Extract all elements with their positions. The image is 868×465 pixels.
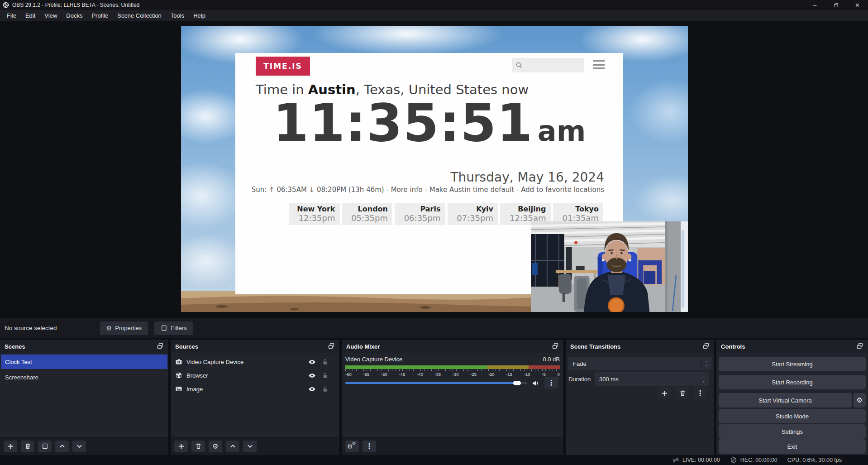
cloud bbox=[634, 175, 688, 225]
virtual-camera-config-button[interactable]: ⚙ bbox=[854, 393, 866, 407]
city-tile: New York12:35pm bbox=[289, 203, 340, 225]
filters-button[interactable]: Filters bbox=[154, 321, 193, 335]
city-tile: Paris06:35pm bbox=[395, 203, 445, 225]
more-info-link: More info bbox=[391, 186, 423, 194]
city-tile: Kyiv07:35pm bbox=[448, 203, 498, 225]
menu-tools[interactable]: Tools bbox=[166, 10, 189, 21]
window-title: OBS 29.1.2 - Profile: LLHLS BETA - Scene… bbox=[12, 2, 139, 8]
chevron-up-icon bbox=[59, 443, 66, 450]
properties-button[interactable]: ⚙ Properties bbox=[100, 321, 148, 335]
audio-mixer-dock: Audio Mixer Video Capture Device 0.0 dB … bbox=[342, 340, 563, 455]
scene-item-clock-test[interactable]: Clock Test bbox=[1, 355, 167, 369]
search-input bbox=[512, 58, 584, 72]
minimize-button[interactable]: – bbox=[804, 0, 825, 10]
source-item-browser[interactable]: Browser bbox=[171, 369, 339, 382]
close-button[interactable]: ✕ bbox=[847, 0, 868, 10]
source-item-video-capture[interactable]: Video Capture Device bbox=[171, 355, 339, 369]
camera-icon bbox=[175, 358, 182, 365]
sources-popout-button[interactable] bbox=[328, 342, 336, 350]
mixer-menu-button[interactable]: ⋮ bbox=[362, 441, 376, 452]
start-recording-button[interactable]: Start Recording bbox=[719, 375, 866, 389]
spinbox-arrows[interactable] bbox=[701, 376, 706, 383]
clock-time: 11:35:51 bbox=[273, 93, 533, 153]
audio-mixer-title: Audio Mixer bbox=[346, 343, 380, 350]
start-virtual-camera-button[interactable]: Start Virtual Camera bbox=[719, 393, 852, 407]
menu-file[interactable]: File bbox=[2, 10, 21, 21]
lock-icon[interactable] bbox=[322, 386, 329, 393]
popout-icon bbox=[157, 342, 164, 350]
exit-button[interactable]: Exit bbox=[719, 439, 866, 454]
popout-icon bbox=[552, 342, 559, 350]
add-transition-button[interactable] bbox=[658, 387, 671, 399]
combo-spinner[interactable] bbox=[701, 357, 711, 370]
program-preview[interactable]: TIME.IS Time in Austin, Texas, United St… bbox=[181, 26, 688, 312]
start-streaming-button[interactable]: Start Streaming bbox=[719, 357, 866, 371]
popout-icon bbox=[328, 342, 335, 350]
source-move-up-button[interactable] bbox=[226, 441, 239, 452]
kebab-icon: ⋮ bbox=[366, 442, 373, 451]
image-icon bbox=[175, 385, 182, 393]
controls-dock: Controls Start Streaming Start Recording… bbox=[716, 340, 868, 455]
add-source-button[interactable] bbox=[174, 441, 188, 452]
scene-move-down-button[interactable] bbox=[72, 441, 86, 452]
duration-spinbox[interactable]: 300 ms bbox=[595, 372, 709, 386]
lock-icon[interactable] bbox=[322, 372, 329, 379]
maximize-button[interactable] bbox=[825, 0, 847, 10]
visibility-eye-icon[interactable] bbox=[308, 358, 316, 366]
scene-item-screenshare[interactable]: Screenshare bbox=[1, 370, 167, 384]
kebab-icon: ⋮ bbox=[696, 389, 704, 398]
volume-slider-handle[interactable] bbox=[513, 381, 521, 385]
speaker-icon[interactable] bbox=[532, 379, 539, 387]
transition-menu-button[interactable]: ⋮ bbox=[693, 387, 707, 399]
lock-icon[interactable] bbox=[322, 359, 329, 365]
volume-slider[interactable] bbox=[345, 382, 527, 384]
chevron-down-icon bbox=[701, 380, 706, 383]
controls-title: Controls bbox=[721, 343, 745, 350]
filter-icon bbox=[161, 325, 167, 331]
studio-mode-button[interactable]: Studio Mode bbox=[719, 409, 866, 423]
mixer-popout-button[interactable] bbox=[552, 342, 560, 350]
scene-filters-button[interactable] bbox=[38, 441, 52, 452]
rec-timer: REC: 00:00:00 bbox=[740, 457, 777, 463]
menu-docks[interactable]: Docks bbox=[62, 10, 87, 21]
cloud bbox=[629, 80, 688, 144]
menu-view[interactable]: View bbox=[40, 10, 62, 21]
remove-scene-button[interactable] bbox=[21, 441, 34, 452]
menu-scene-collection[interactable]: Scene Collection bbox=[113, 10, 166, 21]
transitions-popout-button[interactable] bbox=[702, 342, 711, 350]
visibility-eye-icon[interactable] bbox=[308, 385, 316, 393]
globe-icon bbox=[175, 372, 182, 379]
remove-transition-button[interactable] bbox=[676, 387, 689, 399]
restore-icon bbox=[833, 2, 839, 8]
menu-edit[interactable]: Edit bbox=[21, 10, 40, 21]
advanced-audio-button[interactable]: ⚙⚙ bbox=[345, 441, 359, 452]
cloud bbox=[312, 26, 502, 55]
scene-move-up-button[interactable] bbox=[55, 441, 69, 452]
city-tile: London05:35pm bbox=[342, 203, 393, 225]
mixer-channel-menu-button[interactable]: ⋮ bbox=[544, 377, 558, 388]
controls-popout-button[interactable] bbox=[856, 342, 864, 350]
add-scene-button[interactable] bbox=[4, 441, 17, 452]
scenes-popout-button[interactable] bbox=[157, 342, 165, 350]
menu-profile[interactable]: Profile bbox=[87, 10, 113, 21]
transition-select[interactable]: Fade bbox=[568, 357, 711, 370]
filter-icon bbox=[42, 443, 48, 450]
record-inactive-icon bbox=[730, 456, 737, 464]
cpu-fps-stats: CPU: 0.6%, 30.00 fps bbox=[787, 457, 842, 463]
plus-icon bbox=[661, 390, 668, 397]
remove-source-button[interactable] bbox=[191, 441, 205, 452]
add-favorite-link: Add to favorite locations bbox=[521, 186, 604, 194]
source-move-down-button[interactable] bbox=[243, 441, 257, 452]
source-properties-button[interactable]: ⚙ bbox=[209, 441, 222, 452]
menubar: File Edit View Docks Profile Scene Colle… bbox=[0, 10, 868, 21]
double-gear-icon: ⚙⚙ bbox=[347, 442, 357, 451]
menu-help[interactable]: Help bbox=[189, 10, 210, 21]
source-item-image[interactable]: Image bbox=[171, 382, 339, 396]
stream-inactive-icon bbox=[672, 456, 679, 464]
context-bar: No source selected ⚙ Properties Filters bbox=[0, 318, 868, 338]
settings-button[interactable]: Settings bbox=[719, 424, 866, 439]
visibility-eye-icon[interactable] bbox=[308, 372, 316, 379]
obs-logo-icon bbox=[3, 2, 9, 8]
scene-transitions-dock: Scene Transitions Fade Duration 300 ms ⋮ bbox=[566, 340, 714, 455]
mixer-channel-name: Video Capture Device bbox=[345, 356, 402, 363]
